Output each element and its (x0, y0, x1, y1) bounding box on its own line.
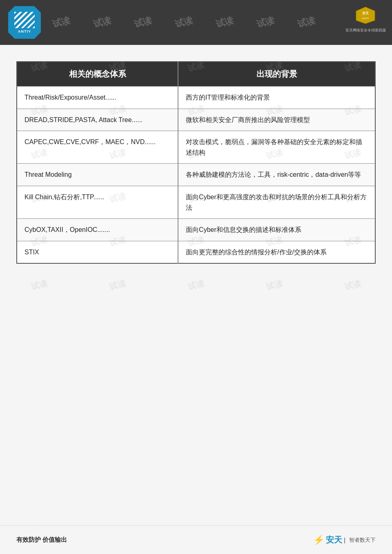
logo: ANTIY (8, 6, 41, 39)
header-subtitle: 安天网络安全令词第四届 (345, 28, 386, 33)
table-cell-background: 微软和相关安全厂商所推出的风险管理模型 (178, 109, 375, 131)
lightning-icon: ⚡ (313, 535, 324, 545)
footer-tagline: 有效防护 价值输出 (16, 536, 67, 544)
header-right: 安天 ANTIY 安天网络安全令词第四届 (345, 4, 386, 33)
table-cell-concept: CybOX,TAXII，OpenIOC....... (17, 219, 178, 241)
table-header-row: 相关的概念体系 出现的背景 (17, 62, 375, 87)
table-cell-background: 面向更完整的综合性的情报分析/作业/交换的体系 (178, 241, 375, 263)
table-cell-background: 西方的IT管理和标准化的背景 (178, 87, 375, 109)
table-row: Threat Modeling各种威胁建模的方法论，工具，risk-centri… (17, 164, 375, 186)
footer-logo-area: ⚡ 安天 | 智者数天下 (313, 534, 376, 545)
wm-h5: 试读 (214, 14, 235, 31)
table-row: Threat/Risk/Exposure/Asset......西方的IT管理和… (17, 87, 375, 109)
table-row: CybOX,TAXII，OpenIOC.......面向Cyber和信息交换的描… (17, 219, 375, 241)
col-header-background: 出现的背景 (178, 62, 375, 87)
header-watermarks: 试读 试读 试读 试读 试读 试读 试读 (0, 0, 392, 45)
table-cell-concept: CAPEC,CWE,CVE,CVRF，MAEC，NVD...... (17, 131, 178, 164)
header: ANTIY 试读 试读 试读 试读 试读 试读 试读 安天 ANTIY 安天网络… (0, 0, 392, 45)
header-right-logo: 安天 ANTIY (352, 4, 379, 27)
footer-logo-text: 安天 (326, 534, 342, 545)
wm-h2: 试读 (92, 14, 112, 31)
table-row: STIX面向更完整的综合性的情报分析/作业/交换的体系 (17, 241, 375, 263)
table-cell-concept: Threat Modeling (17, 164, 178, 186)
table-row: Kill Chain,钻石分析,TTP......面向Cyber和更高强度的攻击… (17, 186, 375, 218)
wm-h7: 试读 (296, 14, 316, 31)
table-cell-concept: STIX (17, 241, 178, 263)
svg-text:安天: 安天 (362, 11, 369, 15)
table-cell-background: 面向Cyber和更高强度的攻击和对抗的场景的分析工具和分析方法 (178, 186, 375, 218)
table-cell-concept: Kill Chain,钻石分析,TTP...... (17, 186, 178, 218)
wm-h6: 试读 (255, 14, 276, 31)
wm-h3: 试读 (133, 14, 153, 31)
table-cell-concept: Threat/Risk/Exposure/Asset...... (17, 87, 178, 109)
footer-logo-subtitle: 智者数天下 (349, 536, 376, 544)
wm-h4: 试读 (174, 14, 194, 31)
logo-text: ANTIY (18, 29, 31, 33)
table-row: DREAD,STRIDE,PASTA, Attack Tree......微软和… (17, 109, 375, 131)
table-cell-background: 对攻击模式，脆弱点，漏洞等各种基础的安全元素的标定和描述结构 (178, 131, 375, 164)
table-cell-background: 各种威胁建模的方法论，工具，risk-centric，data-driven等等 (178, 164, 375, 186)
col-header-concepts: 相关的概念体系 (17, 62, 178, 87)
concept-table: 相关的概念体系 出现的背景 Threat/Risk/Exposure/Asset… (16, 61, 376, 264)
main-content: 相关的概念体系 出现的背景 Threat/Risk/Exposure/Asset… (0, 45, 392, 535)
table-cell-background: 面向Cyber和信息交换的描述和标准体系 (178, 219, 375, 241)
table-cell-concept: DREAD,STRIDE,PASTA, Attack Tree...... (17, 109, 178, 131)
svg-text:ANTIY: ANTIY (362, 17, 369, 20)
svg-marker-0 (356, 7, 375, 24)
footer: 有效防护 价值输出 ⚡ 安天 | 智者数天下 (0, 525, 392, 554)
table-row: CAPEC,CWE,CVE,CVRF，MAEC，NVD......对攻击模式，脆… (17, 131, 375, 164)
wm-h1: 试读 (51, 14, 71, 31)
antiy-brand-icon: 安天 ANTIY (354, 6, 377, 24)
logo-stripes (14, 12, 35, 28)
